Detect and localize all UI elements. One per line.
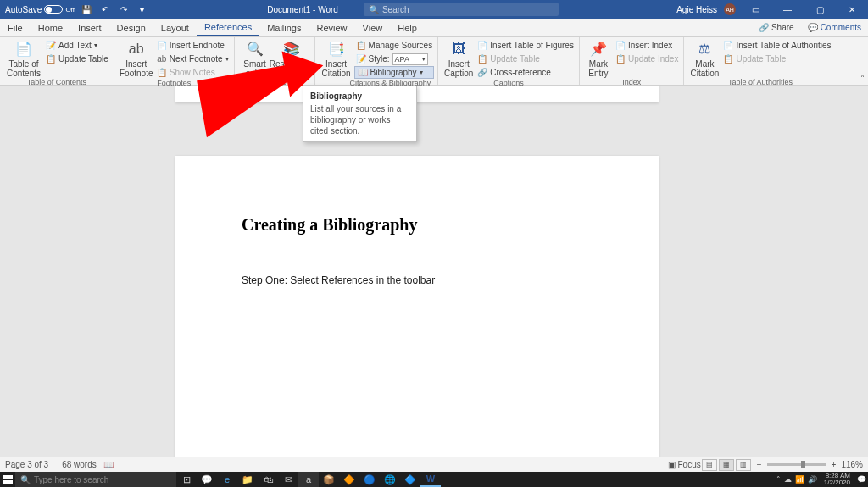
- system-tray[interactable]: ˄ ☁ 📶 🔊 8:28 AM 1/2/2020 💬: [776, 473, 868, 486]
- search-box[interactable]: 🔍 Search: [364, 3, 559, 16]
- undo-icon[interactable]: ↶: [98, 3, 112, 16]
- user-name[interactable]: Agie Heiss: [676, 5, 717, 14]
- taskbar-app-2[interactable]: 🔶: [339, 472, 359, 487]
- comments-button[interactable]: 💬Comments: [801, 19, 868, 36]
- tab-insert[interactable]: Insert: [70, 19, 109, 36]
- zoom-slider[interactable]: [767, 463, 826, 466]
- bibliography-button[interactable]: 📖Bibliography▾: [354, 66, 435, 79]
- update-index-button[interactable]: 📋Update Index: [614, 53, 681, 65]
- taskbar-edge-icon[interactable]: e: [217, 472, 237, 487]
- user-avatar[interactable]: AH: [724, 3, 736, 15]
- tab-help[interactable]: Help: [390, 19, 425, 36]
- qat-customize-icon[interactable]: ▾: [136, 3, 149, 16]
- tab-file[interactable]: File: [0, 19, 31, 36]
- insert-endnote-button[interactable]: 📄Insert Endnote: [155, 39, 231, 52]
- spell-check-icon[interactable]: 📖: [103, 460, 114, 469]
- taskbar-amazon-icon[interactable]: a: [298, 472, 319, 487]
- researcher-button[interactable]: 📚 Researcher: [272, 39, 311, 69]
- tab-references[interactable]: References: [197, 19, 259, 36]
- tray-volume-icon[interactable]: 🔊: [808, 475, 817, 484]
- smart-lookup-button[interactable]: 🔍 Smart Lookup: [238, 39, 272, 78]
- status-bar: Page 3 of 3 68 words 📖 ▣ Focus ▤ ▦ ▥ − +…: [0, 457, 868, 472]
- update-authorities-button[interactable]: 📋Update Table: [721, 53, 832, 65]
- maximize-button[interactable]: ▢: [807, 0, 832, 19]
- task-view-icon[interactable]: ⊡: [176, 472, 197, 487]
- tab-layout[interactable]: Layout: [153, 19, 197, 36]
- save-icon[interactable]: 💾: [80, 3, 93, 16]
- show-notes-button[interactable]: 📋Show Notes: [155, 66, 231, 79]
- redo-icon[interactable]: ↷: [117, 3, 131, 16]
- taskbar-mail-icon[interactable]: ✉: [278, 472, 298, 487]
- word-count[interactable]: 68 words: [62, 460, 97, 469]
- document-canvas[interactable]: Creating a Bibliography Step One: Select…: [0, 86, 868, 457]
- update-icon: 📋: [46, 54, 56, 64]
- mark-entry-button[interactable]: 📌 Mark Entry: [583, 39, 614, 78]
- mark-citation-button[interactable]: ⚖ Mark Citation: [687, 39, 721, 78]
- cross-reference-button[interactable]: 🔗Cross-reference: [476, 66, 576, 79]
- tab-mailings[interactable]: Mailings: [259, 19, 309, 36]
- web-layout-button[interactable]: ▥: [736, 459, 751, 471]
- insert-table-figures-button[interactable]: 📄Insert Table of Figures: [476, 39, 576, 52]
- autosave-toggle[interactable]: AutoSave Off: [5, 5, 75, 14]
- zoom-level[interactable]: 116%: [841, 460, 863, 469]
- read-mode-button[interactable]: ▤: [702, 459, 717, 471]
- tab-view[interactable]: View: [355, 19, 391, 36]
- tab-design[interactable]: Design: [109, 19, 153, 36]
- taskbar-app-3[interactable]: 🔵: [359, 472, 380, 487]
- update-captions-icon: 📋: [477, 54, 487, 64]
- tab-home[interactable]: Home: [31, 19, 70, 36]
- svg-rect-1: [3, 475, 8, 479]
- style-dropdown[interactable]: 📝Style:APA▾: [354, 53, 435, 65]
- autosave-state: Off: [65, 6, 75, 14]
- previous-page-edge: [175, 86, 659, 102]
- taskbar-dropbox-icon[interactable]: 📦: [319, 472, 339, 487]
- start-button[interactable]: [0, 472, 15, 487]
- ribbon-display-options-icon[interactable]: ▭: [743, 0, 768, 19]
- researcher-icon: 📚: [283, 41, 300, 58]
- table-of-contents-button[interactable]: 📄 Table of Contents: [3, 39, 44, 78]
- tray-onedrive-icon[interactable]: ☁: [784, 475, 792, 484]
- taskbar-app-1[interactable]: 💬: [197, 472, 217, 487]
- tray-network-icon[interactable]: 📶: [795, 475, 804, 484]
- zoom-out-button[interactable]: −: [757, 460, 762, 469]
- focus-mode-button[interactable]: ▣ Focus: [668, 460, 701, 469]
- insert-authorities-button[interactable]: 📄Insert Table of Authorities: [721, 39, 832, 52]
- taskbar-explorer-icon[interactable]: 📁: [237, 472, 258, 487]
- document-page[interactable]: Creating a Bibliography Step One: Select…: [175, 156, 659, 457]
- share-button[interactable]: 🔗Share: [752, 19, 801, 36]
- insert-footnote-button[interactable]: ab Insert Footnote: [118, 39, 155, 78]
- collapse-ribbon-icon[interactable]: ˄: [860, 74, 865, 83]
- taskbar-word-icon[interactable]: W: [420, 472, 441, 487]
- page-indicator[interactable]: Page 3 of 3: [5, 460, 48, 469]
- style-select[interactable]: APA▾: [392, 53, 428, 65]
- taskbar-app-4[interactable]: 🔷: [400, 472, 420, 487]
- insert-index-button[interactable]: 📄Insert Index: [614, 39, 681, 52]
- notifications-icon[interactable]: 💬: [857, 475, 866, 484]
- taskbar-chrome-icon[interactable]: 🌐: [380, 472, 400, 487]
- update-toc-button[interactable]: 📋Update Table: [44, 53, 110, 65]
- taskbar-search-icon: 🔍: [20, 475, 31, 484]
- title-bar: AutoSave Off 💾 ↶ ↷ ▾ Document1 - Word 🔍 …: [0, 0, 868, 19]
- cross-ref-icon: 🔗: [477, 68, 487, 78]
- manage-sources-button[interactable]: 📋Manage Sources: [354, 39, 435, 52]
- document-heading[interactable]: Creating a Bibliography: [242, 215, 593, 235]
- next-footnote-button[interactable]: abNext Footnote▾: [155, 53, 231, 65]
- minimize-button[interactable]: —: [775, 0, 800, 19]
- insert-caption-button[interactable]: 🖼 Insert Caption: [442, 39, 476, 78]
- autosave-label: AutoSave: [5, 5, 42, 14]
- document-body-line[interactable]: Step One: Select References in the toolb…: [242, 273, 593, 288]
- windows-logo-icon: [3, 475, 13, 484]
- tray-up-icon[interactable]: ˄: [776, 475, 781, 484]
- taskbar-clock[interactable]: 8:28 AM 1/2/2020: [821, 473, 854, 486]
- add-text-button[interactable]: 📝Add Text▾: [44, 39, 110, 52]
- close-button[interactable]: ✕: [839, 0, 865, 19]
- zoom-in-button[interactable]: +: [832, 460, 837, 469]
- ribbon: 📄 Table of Contents 📝Add Text▾ 📋Update T…: [0, 37, 868, 86]
- taskbar-search[interactable]: 🔍 Type here to search: [15, 472, 176, 487]
- taskbar-store-icon[interactable]: 🛍: [258, 472, 278, 487]
- print-layout-button[interactable]: ▦: [719, 459, 734, 471]
- insert-citation-button[interactable]: 📑 Insert Citation: [319, 39, 354, 78]
- tab-review[interactable]: Review: [309, 19, 355, 36]
- update-captions-button[interactable]: 📋Update Table: [476, 53, 576, 65]
- search-icon: 🔍: [369, 5, 379, 14]
